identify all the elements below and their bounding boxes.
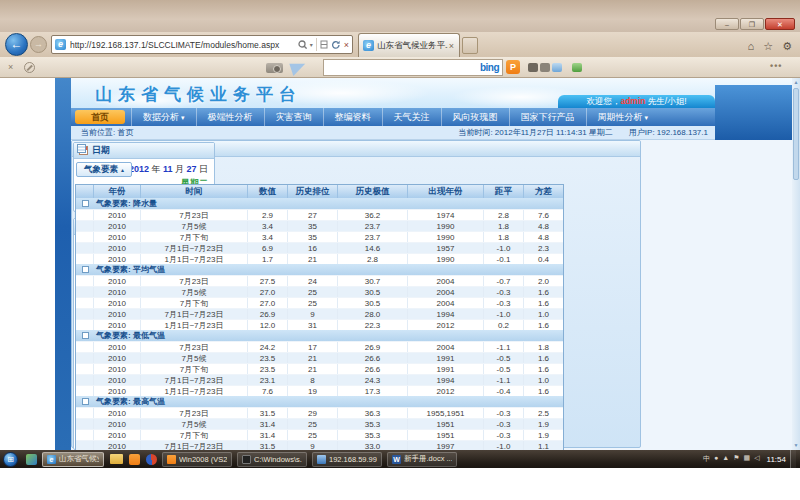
table-row[interactable]: 20107月1日~7月23日23.1824.31994-1.11.0: [76, 374, 563, 385]
cell: 30.5: [338, 287, 408, 297]
taskbar-button[interactable]: 192.168.59.99...: [312, 452, 382, 467]
table-row[interactable]: 20107月下旬23.52126.61991-0.51.6: [76, 363, 563, 374]
maximize-button[interactable]: ❐: [740, 18, 764, 30]
media-player-icon[interactable]: [146, 454, 157, 465]
url-text[interactable]: http://192.168.137.1/SLCCLIMATE/modules/…: [70, 40, 298, 50]
vertical-scrollbar[interactable]: ▲ ▼: [792, 78, 800, 450]
show-hidden-icons[interactable]: ▲: [722, 454, 729, 464]
taskbar-ie-button[interactable]: e 山东省气候业务平...: [42, 452, 104, 467]
table-row[interactable]: 20107月5候27.02530.52004-0.31.6: [76, 286, 563, 297]
table-row[interactable]: 20101月1日~7月23日12.03122.320120.21.6: [76, 319, 563, 330]
checkbox[interactable]: [82, 266, 89, 273]
toolbar-overflow-icon[interactable]: •••: [770, 61, 782, 71]
search-icon[interactable]: [298, 40, 307, 49]
orange-app-icon[interactable]: [129, 454, 140, 465]
table-row[interactable]: 20107月23日27.52430.72004-0.72.0: [76, 275, 563, 286]
cell: 19: [288, 386, 338, 396]
nav-item-风向玫瑰图[interactable]: 风向玫瑰图: [441, 108, 509, 126]
browser-tab[interactable]: e 山东省气候业务平... ×: [358, 33, 460, 57]
table-row[interactable]: 20107月5候31.42535.31951-0.31.9: [76, 418, 563, 429]
table-row[interactable]: 20107月1日~7月23日31.5933.01997-1.01.1: [76, 440, 563, 448]
start-button[interactable]: ⊞: [3, 452, 18, 467]
compatibility-icon[interactable]: [320, 40, 328, 49]
taskbar-button-label: Win2008 (VS2...: [179, 455, 227, 464]
search-engine-icon[interactable]: P: [506, 60, 520, 74]
table-row[interactable]: 20107月23日24.21726.92004-1.11.8: [76, 341, 563, 352]
toolbar-extension-icon[interactable]: [572, 61, 582, 74]
section-header-row[interactable]: 气象要素: 最低气温: [76, 330, 563, 341]
table-row[interactable]: 20107月下旬3.43523.719901.84.8: [76, 231, 563, 242]
favorites-star-icon[interactable]: ☆: [763, 40, 773, 53]
language-indicator-icon[interactable]: 中: [703, 454, 710, 464]
app-tray-icon[interactable]: ●: [714, 454, 718, 464]
nav-item-数据分析[interactable]: 数据分析▾: [131, 108, 196, 127]
back-button[interactable]: ←: [5, 33, 28, 56]
nav-item-首页[interactable]: 首页: [75, 110, 125, 124]
taskbar-button[interactable]: Win2008 (VS2...: [162, 452, 232, 467]
table-row[interactable]: 20107月1日~7月23日6.91614.61957-1.02.3: [76, 242, 563, 253]
minimize-button[interactable]: –: [715, 18, 739, 30]
toolbar-extension-icon[interactable]: [528, 61, 550, 74]
action-center-icon[interactable]: ⚑: [733, 454, 739, 464]
refresh-icon[interactable]: [331, 40, 341, 50]
cell: 9: [288, 441, 338, 448]
table-row[interactable]: 20107月23日31.52936.31955,1951-0.32.5: [76, 407, 563, 418]
show-desktop-button[interactable]: [790, 450, 796, 468]
cell: 1.6: [524, 298, 563, 308]
nav-item-周期性分析[interactable]: 周期性分析▾: [586, 108, 660, 127]
row-spacer-cell: [76, 232, 94, 242]
taskbar-clock[interactable]: 11:54: [767, 455, 786, 464]
table-row[interactable]: 20107月5候23.52126.61991-0.51.6: [76, 352, 563, 363]
table-row[interactable]: 20107月1日~7月23日26.9928.01994-1.01.0: [76, 308, 563, 319]
taskbar-button[interactable]: C:\Windows\s...: [237, 452, 307, 467]
new-tab-button[interactable]: [462, 37, 478, 54]
cell: 1990: [408, 232, 484, 242]
forward-button[interactable]: →: [30, 36, 47, 53]
page-viewport: 山东省气候业务平台 欢迎您，admin 先生/小姐! 首页数据分析▾极端性分析灾…: [0, 78, 800, 450]
nav-item-天气关注[interactable]: 天气关注: [382, 108, 441, 126]
table-row[interactable]: 20107月下旬27.02530.52004-0.31.6: [76, 297, 563, 308]
scroll-up-arrow[interactable]: ▲: [792, 78, 800, 87]
table-row[interactable]: 20107月23日2.92736.219742.87.6: [76, 209, 563, 220]
taskbar-button[interactable]: W新手册.docx ...: [387, 452, 457, 467]
cell: 1991: [408, 353, 484, 363]
element-selector-button[interactable]: 气象要素▴: [76, 162, 132, 177]
volume-icon[interactable]: ◁: [754, 454, 759, 464]
cell: 26.9: [248, 309, 288, 319]
tab-close-icon[interactable]: ×: [448, 41, 455, 51]
table-row[interactable]: 20101月1日~7月23日1.7212.81990-0.10.4: [76, 253, 563, 264]
scrollbar-thumb[interactable]: [793, 88, 799, 180]
explorer-folder-icon[interactable]: [110, 454, 123, 464]
camera-icon[interactable]: [266, 63, 283, 73]
date-segment: 月: [172, 164, 186, 174]
nav-item-国家下行产品[interactable]: 国家下行产品: [509, 108, 586, 126]
home-icon[interactable]: ⌂: [748, 40, 755, 53]
cell: 1.0: [524, 375, 563, 385]
nav-item-灾害查询[interactable]: 灾害查询: [264, 108, 323, 126]
scroll-down-arrow[interactable]: ▼: [792, 441, 800, 450]
section-header-row[interactable]: 气象要素: 降水量: [76, 198, 563, 209]
section-header-row[interactable]: 气象要素: 平均气温: [76, 264, 563, 275]
chevron-down-icon[interactable]: ▾: [310, 41, 313, 48]
nav-item-整编资料[interactable]: 整编资料: [323, 108, 382, 126]
toolbar-close-icon[interactable]: ×: [8, 62, 13, 72]
close-button[interactable]: ✕: [765, 18, 795, 30]
table-row[interactable]: 20107月5候3.43523.719901.84.8: [76, 220, 563, 231]
pinned-app-icon[interactable]: [26, 454, 37, 465]
cell: 36.3: [338, 408, 408, 418]
cell: 31.4: [248, 419, 288, 429]
table-row[interactable]: 20107月下旬31.42535.31951-0.31.9: [76, 429, 563, 440]
section-header-row[interactable]: 气象要素: 最高气温: [76, 396, 563, 407]
address-bar[interactable]: e http://192.168.137.1/SLCCLIMATE/module…: [51, 35, 353, 54]
row-spacer-cell: [76, 342, 94, 352]
stop-icon[interactable]: ×: [344, 40, 349, 50]
settings-gear-icon[interactable]: ⚙: [782, 40, 792, 53]
toolbar-search-input[interactable]: bing: [323, 59, 503, 76]
checkbox[interactable]: [82, 200, 89, 207]
nav-item-极端性分析[interactable]: 极端性分析: [196, 108, 264, 126]
checkbox[interactable]: [82, 332, 89, 339]
network-icon[interactable]: ▦: [744, 454, 751, 464]
checkbox[interactable]: [82, 398, 89, 405]
toolbar-extension-icon[interactable]: [552, 61, 562, 74]
table-row[interactable]: 20101月1日~7月23日7.61917.32012-0.41.6: [76, 385, 563, 396]
